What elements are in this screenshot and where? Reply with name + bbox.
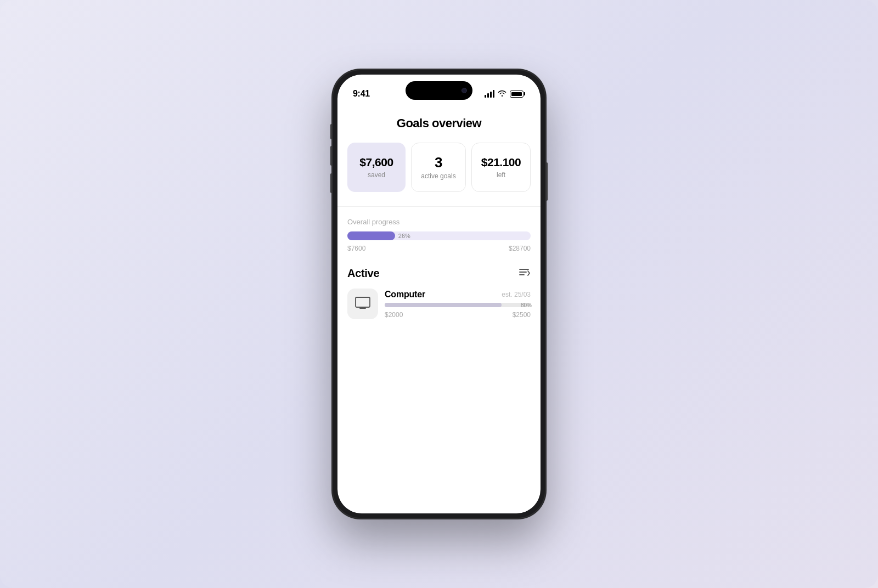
overall-progress-max: $28700 bbox=[509, 245, 531, 252]
stat-card-left: $21.100 left bbox=[471, 143, 531, 192]
power-button bbox=[546, 162, 548, 201]
battery-icon bbox=[510, 91, 525, 98]
goal-top-row: Computer est. 25/03 bbox=[385, 290, 531, 299]
goal-name-computer: Computer bbox=[385, 290, 425, 299]
goal-progress-bar-computer: 80% bbox=[385, 303, 531, 307]
overall-progress-bar-container: 26% bbox=[347, 231, 531, 240]
stats-row: $7,600 saved 3 active goals $21.100 left bbox=[337, 143, 541, 192]
page-title: Goals overview bbox=[337, 109, 541, 143]
status-time: 9:41 bbox=[353, 89, 370, 99]
goal-details: Computer est. 25/03 80% $2000 $2500 bbox=[385, 289, 531, 319]
overall-progress-title: Overall progress bbox=[347, 218, 531, 226]
volume-button bbox=[330, 146, 332, 166]
monitor-icon bbox=[354, 296, 371, 312]
goal-max-computer: $2500 bbox=[513, 311, 531, 319]
camera-dot bbox=[461, 88, 467, 93]
overall-progress-min: $7600 bbox=[347, 245, 365, 252]
stat-value-saved: $7,600 bbox=[359, 156, 393, 168]
sort-icon bbox=[517, 267, 531, 278]
goal-item-computer[interactable]: Computer est. 25/03 80% $2000 $2500 bbox=[347, 289, 531, 328]
active-header: Active bbox=[347, 267, 531, 280]
stat-card-saved: $7,600 saved bbox=[347, 143, 406, 192]
goal-min-computer: $2000 bbox=[385, 311, 403, 319]
overall-progress-bar-fill bbox=[347, 231, 395, 240]
svg-rect-3 bbox=[356, 297, 370, 307]
goal-progress-fill-computer bbox=[385, 303, 502, 307]
active-title: Active bbox=[347, 267, 379, 280]
screen-content[interactable]: Goals overview $7,600 saved 3 active goa… bbox=[337, 104, 541, 513]
goal-icon-box bbox=[347, 289, 378, 319]
phone-wrapper: 9:41 bbox=[332, 69, 546, 519]
stat-value-active: 3 bbox=[435, 155, 442, 171]
wifi-icon bbox=[498, 90, 506, 98]
active-section: Active bbox=[337, 267, 541, 328]
overall-progress-labels: $7600 $28700 bbox=[347, 245, 531, 252]
status-icons bbox=[485, 90, 525, 98]
volume-button-2 bbox=[330, 173, 332, 193]
signal-icon bbox=[485, 90, 494, 98]
app-background: 9:41 bbox=[0, 0, 878, 588]
stat-card-active: 3 active goals bbox=[411, 143, 466, 192]
overall-progress-percent: 26% bbox=[398, 233, 410, 239]
sort-button[interactable] bbox=[517, 267, 531, 280]
stat-value-left: $21.100 bbox=[481, 156, 521, 168]
stat-label-saved: saved bbox=[368, 171, 385, 179]
goal-progress-pct-computer: 80% bbox=[521, 302, 532, 308]
overall-progress-section: Overall progress 26% $7600 $28700 bbox=[337, 218, 541, 252]
silent-button bbox=[330, 124, 332, 139]
screen-content-inner: Goals overview $7,600 saved 3 active goa… bbox=[337, 109, 541, 328]
stat-label-left: left bbox=[497, 171, 505, 179]
goal-est-computer: est. 25/03 bbox=[502, 291, 531, 298]
status-bar: 9:41 bbox=[337, 75, 541, 104]
stat-label-active: active goals bbox=[421, 172, 455, 180]
phone-screen: 9:41 bbox=[337, 75, 541, 513]
goal-amounts-computer: $2000 $2500 bbox=[385, 311, 531, 319]
divider bbox=[337, 206, 541, 207]
dynamic-island bbox=[406, 81, 472, 100]
